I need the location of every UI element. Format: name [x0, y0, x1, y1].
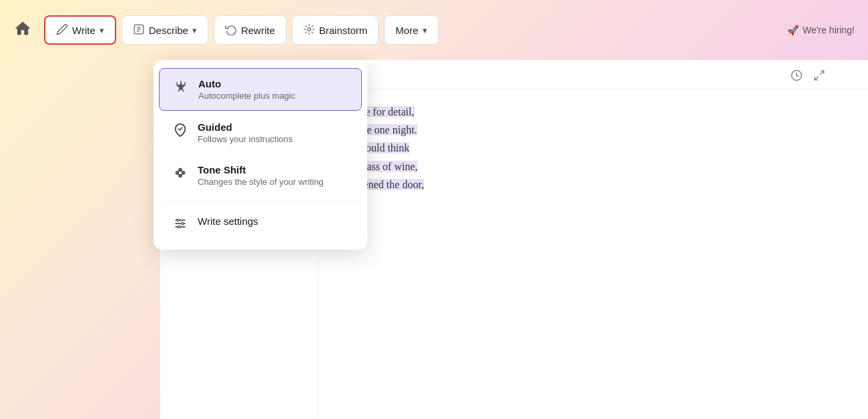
- svg-point-14: [178, 226, 180, 228]
- topbar: Write ▾ Describe ▾ Rewrite: [0, 0, 868, 60]
- write-icon: [56, 23, 68, 37]
- hiring-label: We're hiring!: [803, 25, 855, 35]
- more-chevron-icon: ▾: [423, 25, 427, 35]
- write-dropdown-menu: Auto Autocomplete plus magic Guided Foll…: [154, 60, 367, 250]
- write-button[interactable]: Write ▾: [44, 15, 116, 45]
- describe-label: Describe: [149, 25, 188, 36]
- more-button[interactable]: More ▾: [384, 15, 438, 45]
- settings-icon: [172, 217, 188, 234]
- dropdown-item-guided[interactable]: Guided Follows your instructions: [159, 112, 362, 153]
- tone-shift-subtitle: Changes the style of your writing: [198, 177, 324, 187]
- dropdown-item-tone-shift[interactable]: Tone Shift Changes the style of your wri…: [159, 155, 362, 196]
- svg-line-4: [815, 77, 818, 80]
- dropdown-divider: [164, 201, 357, 202]
- rewrite-icon: [225, 23, 237, 37]
- guided-icon: [172, 123, 188, 141]
- rewrite-label: Rewrite: [241, 25, 275, 36]
- expand-button[interactable]: [811, 67, 828, 87]
- auto-text: Auto Autocomplete plus magic: [198, 78, 295, 101]
- auto-subtitle: Autocomplete plus magic: [198, 91, 295, 101]
- describe-icon: [133, 23, 145, 37]
- svg-point-12: [177, 219, 179, 221]
- write-settings-text: Write settings: [198, 216, 258, 227]
- rewrite-button[interactable]: Rewrite: [214, 15, 286, 45]
- guided-subtitle: Follows your instructions: [198, 134, 292, 144]
- brainstorm-icon: [303, 23, 315, 37]
- auto-title: Auto: [198, 78, 295, 89]
- brainstorm-button[interactable]: Brainstorm: [292, 15, 379, 45]
- svg-point-1: [308, 27, 311, 31]
- guided-title: Guided: [198, 121, 292, 133]
- dropdown-item-write-settings[interactable]: Write settings: [159, 207, 362, 242]
- history-button[interactable]: [788, 67, 805, 87]
- describe-button[interactable]: Describe ▾: [122, 15, 208, 45]
- svg-point-13: [182, 222, 184, 224]
- sidebar-left: [0, 60, 160, 419]
- auto-icon: [173, 79, 189, 97]
- tone-shift-title: Tone Shift: [198, 164, 324, 175]
- tone-shift-text: Tone Shift Changes the style of your wri…: [198, 164, 324, 187]
- dropdown-item-auto[interactable]: Auto Autocomplete plus magic: [159, 68, 362, 111]
- write-settings-title: Write settings: [198, 216, 258, 227]
- write-label: Write: [72, 25, 95, 36]
- rocket-icon: 🚀: [787, 25, 799, 35]
- write-chevron-icon: ▾: [99, 25, 104, 35]
- home-button[interactable]: [13, 19, 32, 41]
- hiring-link[interactable]: 🚀 We're hiring!: [787, 25, 855, 35]
- describe-chevron-icon: ▾: [192, 25, 197, 35]
- svg-line-3: [821, 71, 824, 74]
- more-label: More: [395, 25, 418, 36]
- history-area: [788, 67, 828, 87]
- brainstorm-label: Brainstorm: [319, 25, 368, 36]
- tone-shift-icon: [172, 165, 188, 183]
- guided-text: Guided Follows your instructions: [198, 121, 292, 144]
